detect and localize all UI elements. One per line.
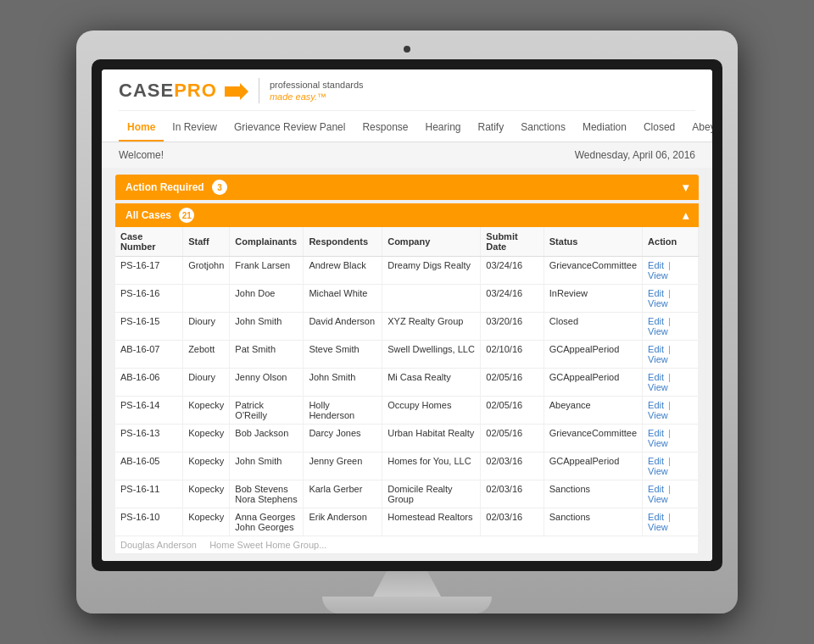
nav-item-ratify[interactable]: Ratify (470, 114, 513, 142)
nav-item-closed[interactable]: Closed (635, 114, 683, 142)
cell-complainants: Frank Larsen (230, 257, 304, 285)
cell-case-number: AB-16-06 (115, 369, 183, 397)
cell-action: Edit | View (643, 285, 699, 313)
view-link-3[interactable]: View (648, 354, 668, 364)
cell-company: Homestead Realtors (382, 508, 481, 536)
cell-company: Occupy Homes (382, 397, 481, 425)
cell-case-number: PS-16-11 (115, 480, 183, 508)
action-required-label: Action Required 3 (125, 180, 227, 195)
cell-status: GCAppealPeriod (544, 452, 642, 480)
cell-action: Edit | View (643, 508, 699, 536)
table-row: PS-16-15 Dioury John Smith David Anderso… (115, 313, 699, 341)
cell-truncated: Douglas Anderson Home Sweet Home Group..… (115, 536, 699, 554)
cell-complainants: Jenny Olson (230, 369, 304, 397)
svg-marker-0 (225, 83, 248, 100)
view-link-2[interactable]: View (648, 326, 668, 336)
cell-submit-date: 03/24/16 (481, 257, 544, 285)
nav-item-response[interactable]: Response (354, 114, 416, 142)
all-cases-toggle[interactable]: ▴ (683, 208, 689, 222)
edit-link-1[interactable]: Edit (648, 288, 664, 298)
all-cases-header: All Cases 21 ▴ (115, 203, 699, 227)
edit-link-7[interactable]: Edit (648, 456, 664, 466)
edit-link-8[interactable]: Edit (648, 484, 664, 494)
cell-status: Abeyance (544, 397, 642, 425)
cell-status: GrievanceCommittee (544, 257, 642, 285)
edit-link-9[interactable]: Edit (648, 512, 664, 522)
cell-respondents: John Smith (304, 369, 382, 397)
col-submit-date: Submit Date (481, 227, 544, 257)
view-link-9[interactable]: View (648, 522, 668, 532)
logo-pro-text: PRO (174, 80, 217, 101)
cell-staff: Zebott (183, 341, 230, 369)
col-complainants: Complainants (230, 227, 304, 257)
action-sep-7: | (666, 456, 671, 466)
logo-area: CASEPRO professional standards made easy… (119, 78, 695, 111)
edit-link-5[interactable]: Edit (648, 400, 664, 410)
cell-company: Urban Habitat Realty (382, 425, 481, 452)
view-link-8[interactable]: View (648, 494, 668, 504)
cell-action: Edit | View (643, 341, 699, 369)
cell-respondents: David Anderson (304, 313, 382, 341)
action-sep-3: | (666, 344, 671, 354)
cell-action: Edit | View (643, 452, 699, 480)
col-case-number: Case Number (115, 227, 183, 257)
view-link-5[interactable]: View (648, 410, 668, 420)
col-status: Status (544, 227, 642, 257)
cell-respondents: Karla Gerber (304, 480, 382, 508)
cell-submit-date: 02/05/16 (481, 369, 544, 397)
view-link-4[interactable]: View (648, 382, 668, 392)
edit-link-2[interactable]: Edit (648, 316, 664, 326)
col-staff: Staff (183, 227, 230, 257)
col-action: Action (643, 227, 699, 257)
welcome-bar: Welcome! Wednesday, April 06, 2016 (102, 142, 712, 168)
nav-item-mediation[interactable]: Mediation (574, 114, 635, 142)
camera-dot (404, 46, 410, 53)
cell-company: XYZ Realty Group (382, 313, 481, 341)
action-required-badge: 3 (212, 180, 227, 195)
view-link-7[interactable]: View (648, 466, 668, 476)
cell-staff: Kopecky (183, 397, 230, 425)
table-row: PS-16-16 John Doe Michael White 03/24/16… (115, 285, 699, 313)
edit-link-6[interactable]: Edit (648, 428, 664, 438)
cell-status: GrievanceCommittee (544, 425, 642, 452)
view-link-1[interactable]: View (648, 298, 668, 308)
col-respondents: Respondents (304, 227, 382, 257)
action-sep-6: | (666, 428, 671, 438)
cell-complainants: John Smith (230, 452, 304, 480)
view-link-0[interactable]: View (648, 270, 668, 280)
cell-case-number: PS-16-13 (115, 425, 183, 452)
cell-action: Edit | View (643, 397, 699, 425)
cell-respondents: Holly Henderson (304, 397, 382, 425)
welcome-date: Wednesday, April 06, 2016 (575, 149, 695, 161)
cell-respondents: Erik Anderson (304, 508, 382, 536)
cell-staff: Kopecky (183, 480, 230, 508)
cell-complainants: Anna GeorgesJohn Georges (230, 508, 304, 536)
content-area: Action Required 3 ▾ All Cases 21 ▴ (102, 168, 712, 561)
cell-complainants: Patrick O'Reilly (230, 397, 304, 425)
edit-link-4[interactable]: Edit (648, 372, 664, 382)
cell-staff: Kopecky (183, 452, 230, 480)
view-link-6[interactable]: View (648, 438, 668, 448)
cell-company: Swell Dwellings, LLC (382, 341, 481, 369)
action-required-toggle[interactable]: ▾ (683, 180, 689, 194)
action-sep-0: | (666, 260, 671, 270)
nav-item-sanctions[interactable]: Sanctions (512, 114, 574, 142)
cell-case-number: PS-16-17 (115, 257, 183, 285)
monitor-stand-base (322, 597, 492, 613)
nav-item-home[interactable]: Home (119, 114, 164, 142)
nav-item-in-review[interactable]: In Review (164, 114, 226, 142)
nav-item-grievance-review-panel[interactable]: Grievance Review Panel (226, 114, 354, 142)
cell-action: Edit | View (643, 257, 699, 285)
edit-link-0[interactable]: Edit (648, 260, 664, 270)
cell-staff: Dioury (183, 313, 230, 341)
cell-status: GCAppealPeriod (544, 341, 642, 369)
nav-item-hearing[interactable]: Hearing (416, 114, 469, 142)
action-sep-4: | (666, 372, 671, 382)
cell-submit-date: 02/03/16 (481, 480, 544, 508)
cell-company: Mi Casa Realty (382, 369, 481, 397)
logo-divider (259, 78, 259, 103)
action-sep-5: | (666, 400, 671, 410)
nav-item-abeyance[interactable]: Abeyance (683, 114, 712, 142)
edit-link-3[interactable]: Edit (648, 344, 664, 354)
cell-status: Sanctions (544, 480, 642, 508)
